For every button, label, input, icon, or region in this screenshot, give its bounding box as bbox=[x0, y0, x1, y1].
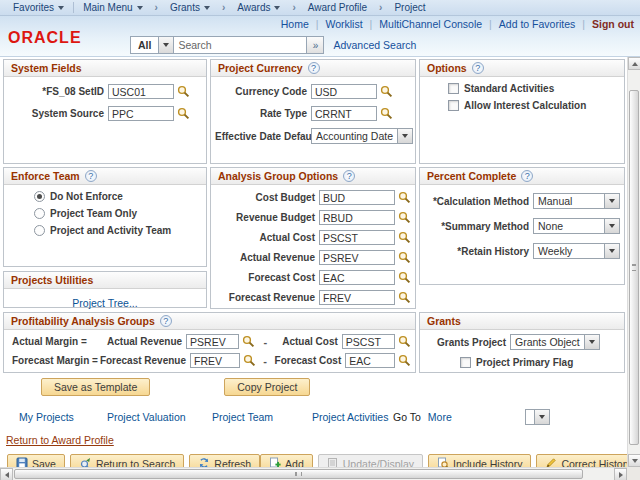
chevron-down-icon bbox=[609, 199, 615, 203]
forecast-revenue-input[interactable]: FREV bbox=[319, 290, 395, 305]
help-icon[interactable]: ? bbox=[472, 62, 484, 74]
dropdown-button[interactable] bbox=[605, 243, 620, 259]
lookup-icon[interactable] bbox=[398, 354, 411, 367]
chevron-down-icon bbox=[609, 249, 615, 253]
cost-budget-input[interactable]: BUD bbox=[319, 190, 395, 205]
help-icon[interactable]: ? bbox=[160, 315, 172, 327]
lookup-icon[interactable] bbox=[242, 335, 255, 348]
actual-revenue-input[interactable]: PSREV bbox=[186, 334, 239, 349]
project-valuation-link[interactable]: Project Valuation bbox=[107, 411, 212, 423]
breadcrumb-favorites[interactable]: Favorites bbox=[4, 0, 73, 15]
nav-multichannel-console-link[interactable]: MultiChannel Console bbox=[379, 18, 482, 30]
nav-home-link[interactable]: Home bbox=[281, 18, 309, 30]
lookup-icon[interactable] bbox=[398, 335, 411, 348]
breadcrumb-grants[interactable]: Grants bbox=[161, 0, 219, 15]
grants-project-select[interactable]: Grants Object bbox=[510, 334, 600, 350]
horizontal-scroll-thumb[interactable] bbox=[14, 469, 583, 479]
my-projects-link[interactable]: My Projects bbox=[19, 411, 107, 423]
scroll-up-button[interactable] bbox=[628, 57, 640, 70]
help-icon[interactable]: ? bbox=[85, 170, 97, 182]
goto-more-link[interactable]: More bbox=[428, 411, 452, 423]
project-and-activity-team-radio[interactable] bbox=[34, 225, 45, 236]
dropdown-button[interactable] bbox=[535, 409, 550, 425]
page-content: System Fields *FS_08 SetID USC01 System … bbox=[0, 57, 640, 473]
actual-cost-input[interactable]: PSCST bbox=[342, 334, 395, 349]
dropdown-button[interactable] bbox=[158, 37, 173, 53]
copy-project-button[interactable]: Copy Project bbox=[224, 378, 310, 396]
lookup-icon[interactable] bbox=[398, 271, 411, 284]
horizontal-scrollbar[interactable] bbox=[0, 467, 627, 480]
section-header: Grants bbox=[420, 313, 624, 330]
calculation-method-select[interactable]: Manual bbox=[533, 193, 620, 209]
search-go-button[interactable]: » bbox=[307, 36, 324, 54]
scroll-right-button[interactable] bbox=[614, 468, 627, 480]
section-header: Projects Utilities bbox=[4, 272, 206, 289]
dropdown-button[interactable] bbox=[585, 334, 600, 350]
search-scope-select[interactable]: All bbox=[130, 36, 174, 54]
lookup-icon[interactable] bbox=[398, 231, 411, 244]
forecast-cost-input[interactable]: EAC bbox=[319, 270, 395, 285]
radio-do-not-enforce: Do Not Enforce bbox=[4, 191, 206, 202]
lookup-icon[interactable] bbox=[177, 107, 190, 120]
lookup-icon[interactable] bbox=[398, 211, 411, 224]
vertical-scrollbar[interactable] bbox=[627, 57, 640, 467]
allow-interest-calculation-checkbox[interactable] bbox=[448, 100, 459, 111]
breadcrumb-award-profile[interactable]: Award Profile bbox=[299, 0, 376, 15]
breadcrumb-awards[interactable]: Awards bbox=[228, 0, 289, 15]
lookup-icon[interactable] bbox=[380, 107, 393, 120]
project-team-only-radio[interactable] bbox=[34, 208, 45, 219]
lookup-icon[interactable] bbox=[398, 251, 411, 264]
actual-revenue-input[interactable]: PSREV bbox=[319, 250, 395, 265]
lookup-icon[interactable] bbox=[243, 354, 256, 367]
rate-type-input[interactable]: CRRNT bbox=[311, 106, 377, 121]
scroll-left-button[interactable] bbox=[0, 468, 13, 480]
forecast-revenue-input[interactable]: FREV bbox=[190, 353, 240, 368]
help-icon[interactable]: ? bbox=[308, 62, 320, 74]
revenue-budget-input[interactable]: RBUD bbox=[319, 210, 395, 225]
forecast-cost-input[interactable]: EAC bbox=[345, 353, 395, 368]
save-as-template-button[interactable]: Save as Template bbox=[41, 378, 150, 396]
do-not-enforce-radio[interactable] bbox=[34, 191, 45, 202]
lookup-icon[interactable] bbox=[177, 85, 190, 98]
nav-worklist-link[interactable]: Worklist bbox=[325, 18, 362, 30]
project-tree-link[interactable]: Project Tree... bbox=[72, 297, 137, 309]
advanced-search-link[interactable]: Advanced Search bbox=[333, 39, 416, 51]
select-value: Grants Object bbox=[510, 334, 585, 350]
currency-code-input[interactable]: USD bbox=[311, 84, 377, 99]
field-label: *Summary Method bbox=[424, 221, 529, 232]
search-input[interactable] bbox=[174, 36, 307, 54]
dropdown-button[interactable] bbox=[605, 193, 620, 209]
vertical-scroll-thumb[interactable] bbox=[629, 90, 639, 445]
lookup-icon[interactable] bbox=[380, 85, 393, 98]
goto-more-select[interactable] bbox=[525, 409, 550, 425]
option-project-primary-flag: Project Primary Flag bbox=[460, 357, 624, 368]
breadcrumb-project[interactable]: Project bbox=[385, 0, 434, 15]
sign-out-link[interactable]: Sign out bbox=[592, 18, 634, 30]
actual-cost-input[interactable]: PSCST bbox=[319, 230, 395, 245]
breadcrumb-main-menu[interactable]: Main Menu bbox=[74, 0, 151, 15]
fs08-setid-input[interactable]: USC01 bbox=[108, 84, 174, 99]
return-row: Return to Award Profile bbox=[6, 434, 624, 446]
goto-label: Go To bbox=[393, 411, 421, 423]
dropdown-button[interactable] bbox=[398, 128, 413, 144]
retain-history-select[interactable]: Weekly bbox=[533, 243, 620, 259]
project-team-link[interactable]: Project Team bbox=[212, 411, 312, 423]
return-to-award-profile-link[interactable]: Return to Award Profile bbox=[6, 434, 114, 446]
field-grants-project: Grants Project Grants Object bbox=[420, 334, 624, 350]
scrollbar-corner bbox=[627, 467, 640, 480]
effective-date-default-select[interactable]: Accounting Date bbox=[311, 128, 413, 144]
lookup-icon[interactable] bbox=[398, 291, 411, 304]
dropdown-button[interactable] bbox=[605, 218, 620, 234]
system-source-input[interactable]: PPC bbox=[108, 106, 174, 121]
help-icon[interactable]: ? bbox=[343, 170, 355, 182]
help-icon[interactable]: ? bbox=[521, 170, 533, 182]
project-activities-link[interactable]: Project Activities bbox=[312, 411, 393, 423]
summary-method-select[interactable]: None bbox=[533, 218, 620, 234]
lookup-icon[interactable] bbox=[398, 191, 411, 204]
nav-add-to-favorites-link[interactable]: Add to Favorites bbox=[499, 18, 575, 30]
standard-activities-checkbox[interactable] bbox=[448, 83, 459, 94]
breadcrumb-separator-icon: › bbox=[152, 2, 161, 13]
scroll-down-button[interactable] bbox=[628, 454, 640, 467]
peoplesoft-project-page: Favorites Main Menu › Grants › Awards › … bbox=[0, 0, 640, 480]
project-primary-flag-checkbox[interactable] bbox=[460, 357, 471, 368]
